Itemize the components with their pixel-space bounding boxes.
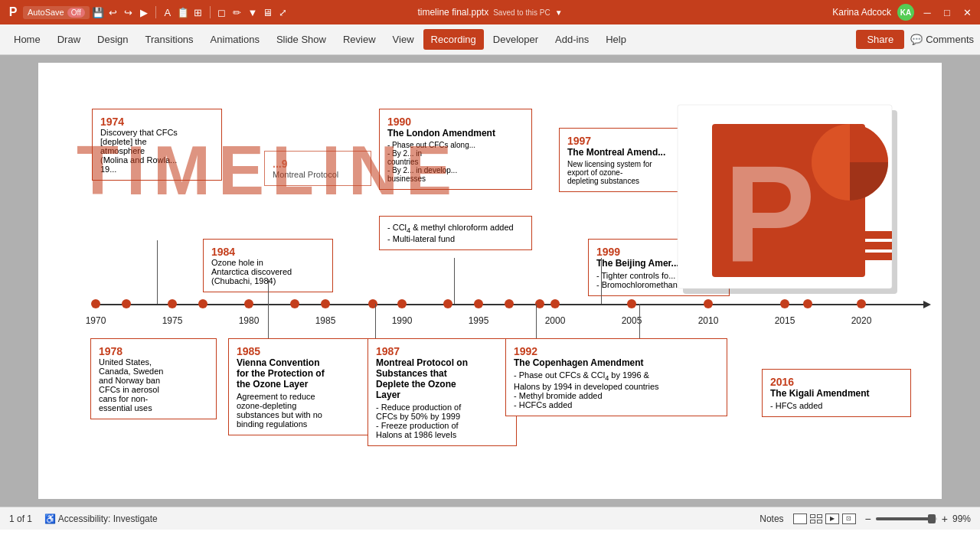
shapes-icon[interactable]: ◻ [215, 5, 229, 19]
dot-2016 [803, 299, 812, 308]
event-title-1985: Vienna Conventionfor the Protection ofth… [237, 357, 373, 390]
dot-1980 [244, 299, 253, 308]
year-label-1995: 1995 [469, 315, 489, 326]
connector-1987 [375, 304, 376, 338]
year-label-1975: 1975 [162, 315, 183, 326]
event-body-1989: Montreal Protocol [273, 170, 363, 179]
title-bar: P AutoSave Off 💾 ↩ ↪ ▶ A 📋 ⊞ ◻ ✏ ▼ 🖥 ⤢ t… [0, 0, 980, 24]
event-year-1984: 1984 [211, 246, 325, 258]
dot-1997-approx [505, 299, 514, 308]
dot-1990 [397, 299, 407, 308]
comments-label: Comments [926, 34, 974, 45]
slide-area: TIMELINE 1974 Discovery that CFCs[deplet… [0, 55, 980, 507]
event-box-1997: 1997 The Montreal Amend... New licensing… [559, 128, 693, 192]
presenter-view-btn[interactable]: ⊡ [842, 514, 856, 524]
zoom-out-icon[interactable]: − [865, 513, 871, 525]
dot-1985-exact [290, 299, 299, 308]
event-box-1974: 1974 Discovery that CFCs[deplete] theatm… [92, 109, 222, 181]
event-body-1999: - Tighter controls fo...- Bromochloromet… [596, 271, 721, 289]
connector-1974 [157, 240, 158, 304]
format-icon[interactable]: A [161, 5, 175, 19]
accessibility-label[interactable]: ♿ Accessibility: Investigate [44, 514, 158, 524]
year-label-2000: 2000 [545, 315, 566, 326]
zoom-slider[interactable] [876, 517, 937, 520]
clipboard-icon[interactable]: 📋 [176, 5, 190, 19]
accessibility-icon: ♿ [44, 514, 56, 524]
event-title-2016: The Kigali Amendment [770, 388, 903, 399]
menu-bar: Home Draw Design Transitions Animations … [0, 24, 980, 55]
menu-recording[interactable]: Recording [423, 29, 484, 50]
comments-button[interactable]: 💬 Comments [910, 34, 974, 45]
menu-design[interactable]: Design [90, 29, 136, 50]
connector-1997 [601, 258, 602, 304]
connector-1984-bot [268, 304, 269, 338]
redo-icon[interactable]: ↪ [122, 5, 136, 19]
screen-icon[interactable]: 🖥 [261, 5, 275, 19]
event-body-1990: - Phase out CFCs along...- By 2... incou… [387, 141, 524, 183]
menu-animations[interactable]: Animations [203, 29, 267, 50]
dot-1987 [368, 299, 377, 308]
event-box-1978: 1978 United States,Canada, Swedenand Nor… [90, 338, 217, 419]
slide-number: 1 of 1 [9, 514, 32, 524]
ink-icon[interactable]: ✏ [230, 5, 244, 19]
minimize-icon[interactable]: ─ [920, 5, 934, 19]
title-bar-center: timeline final.pptx Saved to this PC ▼ [417, 7, 562, 18]
expand-icon[interactable]: ⊞ [191, 5, 205, 19]
status-right: Notes ▶ ⊡ − + 99% [760, 513, 971, 525]
event-year-1989: ...9 [273, 158, 363, 170]
present-icon[interactable]: ▶ [137, 5, 151, 19]
year-label-2020: 2020 [851, 315, 872, 326]
share-button[interactable]: Share [856, 30, 904, 49]
year-label-1985: 1985 [315, 315, 336, 326]
menu-developer[interactable]: Developer [485, 29, 546, 50]
event-title-1992: The Copenhagen Amendment [514, 357, 719, 368]
undo-icon[interactable]: ↩ [106, 5, 120, 19]
slide-sorter-btn[interactable] [810, 514, 822, 523]
maximize-icon[interactable]: □ [940, 5, 954, 19]
title-bar-left: P AutoSave Off 💾 ↩ ↪ ▶ A 📋 ⊞ ◻ ✏ ▼ 🖥 ⤢ [6, 5, 290, 19]
close-icon[interactable]: ✕ [960, 5, 974, 19]
menu-transitions[interactable]: Transitions [138, 29, 201, 50]
zoom-in-icon[interactable]: + [942, 513, 948, 525]
dot-1995 [474, 299, 483, 308]
dot-1978-approx [122, 299, 131, 308]
normal-view-btn[interactable] [793, 514, 807, 524]
dot-2020 [857, 299, 866, 308]
menu-home[interactable]: Home [6, 29, 48, 50]
event-body-2016: - HFCs added [770, 401, 903, 410]
menu-draw[interactable]: Draw [50, 29, 88, 50]
menu-slideshow[interactable]: Slide Show [269, 29, 334, 50]
connector-1992 [536, 304, 537, 338]
save-icon[interactable]: 💾 [91, 5, 105, 19]
dot-1975 [168, 299, 177, 308]
year-label-2015: 2015 [775, 315, 795, 326]
event-box-2016: 2016 The Kigali Amendment - HFCs added [762, 369, 911, 417]
menu-view[interactable]: View [385, 29, 422, 50]
event-year-1987: 1987 [376, 345, 508, 357]
zoom-level[interactable]: 99% [952, 514, 971, 524]
connector-1999 [639, 304, 640, 338]
svg-point-7 [812, 124, 888, 201]
event-year-1999: 1999 [596, 246, 721, 258]
year-label-1970: 1970 [86, 315, 106, 326]
event-box-1990-extra: - CCl4 & methyl chloroform added- Multi-… [379, 216, 532, 250]
menu-help[interactable]: Help [598, 29, 634, 50]
plus-icon[interactable]: ▼ [246, 5, 260, 19]
event-box-1989: ...9 Montreal Protocol [264, 151, 371, 186]
event-title-1997: The Montreal Amend... [567, 147, 684, 158]
status-left: 1 of 1 ♿ Accessibility: Investigate [9, 514, 158, 524]
event-title-1999: The Beijing Amer... [596, 258, 721, 269]
reading-view-btn[interactable]: ▶ [825, 514, 839, 524]
menu-review[interactable]: Review [335, 29, 384, 50]
event-year-1997: 1997 [567, 135, 684, 147]
menu-addins[interactable]: Add-ins [547, 29, 596, 50]
svg-rect-2 [846, 231, 892, 239]
dot-1985 [321, 299, 330, 308]
notes-button[interactable]: Notes [760, 514, 783, 524]
autosave-toggle[interactable]: AutoSave Off [23, 6, 90, 19]
user-avatar[interactable]: KA [897, 4, 914, 21]
event-box-1992: 1992 The Copenhagen Amendment - Phase ou… [505, 338, 727, 416]
full-screen-icon[interactable]: ⤢ [276, 5, 290, 19]
event-body-1974: Discovery that CFCs[deplete] theatmosphe… [100, 128, 214, 174]
filename-label: timeline final.pptx [417, 7, 488, 18]
